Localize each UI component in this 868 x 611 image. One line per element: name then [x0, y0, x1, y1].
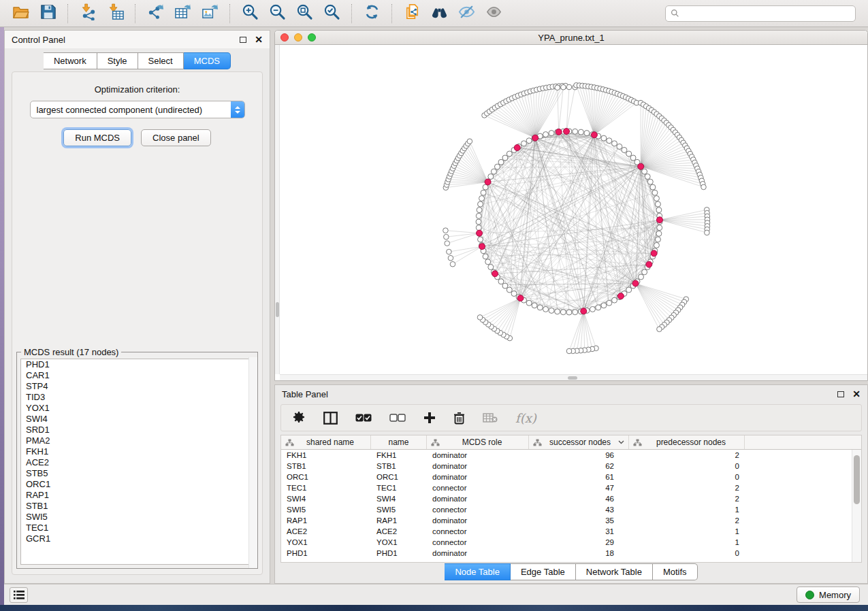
import-network-button[interactable] [74, 2, 101, 25]
table-panel-tab[interactable]: Network Table [576, 563, 653, 580]
table-panel-tab[interactable]: Motifs [653, 563, 698, 580]
mcds-result-item[interactable]: SRD1 [21, 425, 253, 435]
zoom-selected-button[interactable] [318, 2, 345, 25]
delete-table-button[interactable] [483, 413, 498, 423]
cell-filler [745, 450, 852, 461]
table-row[interactable]: PHD1 PHD1 dominator 18 0 [281, 548, 852, 559]
search-input[interactable] [684, 9, 850, 18]
table-column-header[interactable]: name [371, 435, 427, 449]
mcds-result-item[interactable]: PHD1 [21, 359, 253, 370]
zoom-in-button[interactable] [236, 2, 263, 25]
memory-status-icon [805, 591, 814, 599]
save-session-button[interactable] [34, 2, 61, 25]
search-network-icon [431, 3, 448, 23]
show-graphics-button[interactable] [480, 2, 507, 25]
refresh-view-button[interactable] [358, 2, 385, 25]
mcds-list-scrollbar[interactable] [248, 357, 257, 568]
duplicate-network-button[interactable] [398, 2, 425, 25]
export-table-button[interactable] [169, 2, 196, 25]
mcds-result-item[interactable]: STB1 [21, 501, 253, 512]
column-settings-gear-button[interactable] [292, 411, 306, 425]
import-table-button[interactable] [101, 2, 129, 25]
table-column-header[interactable]: shared name [281, 435, 371, 449]
network-horizontal-scrollbar[interactable] [280, 374, 867, 380]
table-row[interactable]: RAP1 RAP1 dominator 35 2 [281, 515, 852, 526]
float-window-icon[interactable] [837, 391, 844, 397]
deselect-all-button[interactable] [389, 414, 406, 422]
table-panel-tab[interactable]: Node Table [445, 563, 511, 580]
network-canvas[interactable] [280, 45, 867, 374]
select-all-icon [355, 414, 372, 422]
network-vertical-scrollbar-thumb[interactable] [276, 302, 279, 317]
float-window-icon[interactable] [240, 37, 246, 43]
export-network-icon [147, 3, 164, 23]
table-row[interactable]: STB1 STB1 dominator 62 0 [281, 461, 852, 472]
select-all-button[interactable] [355, 414, 372, 422]
mcds-result-item[interactable]: SWI5 [21, 512, 253, 523]
close-panel-icon[interactable]: ✕ [255, 35, 263, 44]
table-vertical-scrollbar-thumb[interactable] [854, 455, 860, 504]
optimization-criterion-select[interactable]: largest connected component (undirected) [30, 101, 245, 118]
mcds-result-item[interactable]: GCR1 [21, 533, 253, 544]
table-panel-tabs: Node TableEdge TableNetwork TableMotifs [275, 563, 867, 580]
mcds-result-item[interactable]: CAR1 [21, 370, 253, 381]
run-mcds-button[interactable]: Run MCDS [63, 129, 131, 146]
zoom-in-icon [242, 3, 259, 23]
mcds-result-item[interactable]: SWI4 [21, 414, 253, 425]
task-history-button[interactable] [10, 587, 28, 603]
show-column-button[interactable] [323, 412, 338, 425]
table-row[interactable]: SWI5 SWI5 connector 43 1 [281, 504, 852, 515]
zoom-fit-button[interactable] [291, 2, 318, 25]
function-builder-button[interactable]: f(x) [515, 411, 536, 425]
cell-name: ORC1 [371, 472, 427, 482]
zoom-selected-icon [323, 3, 340, 23]
zoom-out-button[interactable] [263, 2, 291, 25]
optimization-criterion-label: Optimization criterion: [12, 84, 262, 95]
cell-mcds-role: dominator [427, 450, 529, 461]
open-file-button[interactable] [7, 2, 34, 25]
table-column-header[interactable]: predecessor nodes [629, 435, 745, 449]
cell-shared-name: YOX1 [281, 537, 371, 548]
cell-name: TEC1 [371, 482, 427, 493]
table-row[interactable]: YOX1 YOX1 connector 29 1 [281, 537, 852, 548]
close-panel-icon[interactable]: ✕ [852, 389, 861, 399]
table-panel-tab[interactable]: Edge Table [511, 563, 576, 580]
network-search-box[interactable] [665, 5, 856, 22]
mcds-result-item[interactable]: YOX1 [21, 403, 253, 414]
network-horizontal-scrollbar-thumb[interactable] [568, 376, 577, 380]
network-vertical-scrollbar[interactable] [275, 45, 280, 374]
table-row[interactable]: TEC1 TEC1 connector 47 2 [281, 482, 852, 493]
control-panel-tab[interactable]: Style [97, 52, 138, 69]
network-window-titlebar[interactable]: YPA_prune.txt_1 [275, 31, 867, 45]
mcds-result-item[interactable]: STP4 [21, 381, 253, 392]
mcds-result-item[interactable]: PMA2 [21, 435, 253, 446]
table-row[interactable]: ACE2 ACE2 connector 31 1 [281, 526, 852, 537]
control-panel-tab[interactable]: Select [138, 52, 184, 69]
mcds-result-item[interactable]: TEC1 [21, 523, 253, 533]
table-row[interactable]: ORC1 ORC1 dominator 61 0 [281, 472, 852, 482]
close-panel-button[interactable]: Close panel [141, 129, 211, 146]
delete-row-button[interactable] [453, 412, 465, 425]
mcds-result-item[interactable]: ORC1 [21, 479, 253, 490]
search-network-button[interactable] [425, 2, 453, 25]
hide-graphics-button[interactable] [453, 2, 480, 25]
mcds-result-item[interactable]: FKH1 [21, 446, 253, 457]
export-image-button[interactable] [196, 2, 223, 25]
control-panel-tab[interactable]: Network [44, 52, 97, 69]
table-row[interactable]: SWI4 SWI4 dominator 46 2 [281, 493, 852, 504]
export-network-button[interactable] [142, 2, 169, 25]
table-column-header[interactable]: MCDS role [427, 435, 529, 449]
table-row[interactable]: FKH1 FKH1 dominator 96 2 [281, 450, 852, 461]
table-column-header[interactable]: successor nodes [529, 435, 629, 449]
cell-mcds-role: dominator [427, 493, 529, 504]
mcds-result-item[interactable]: ACE2 [21, 457, 253, 468]
control-panel-tab[interactable]: MCDS [184, 52, 231, 69]
mcds-result-item[interactable]: RAP1 [21, 490, 253, 501]
mcds-result-item[interactable]: STB5 [21, 468, 253, 479]
memory-button[interactable]: Memory [797, 587, 860, 603]
mcds-result-list: PHD1CAR1STP4TID3YOX1SWI4SRD1PMA2FKH1ACE2… [20, 359, 254, 565]
mcds-result-item[interactable]: TID3 [21, 392, 253, 403]
add-row-button[interactable] [423, 412, 436, 424]
table-vertical-scrollbar[interactable] [852, 450, 861, 562]
zoom-fit-icon [296, 3, 313, 23]
